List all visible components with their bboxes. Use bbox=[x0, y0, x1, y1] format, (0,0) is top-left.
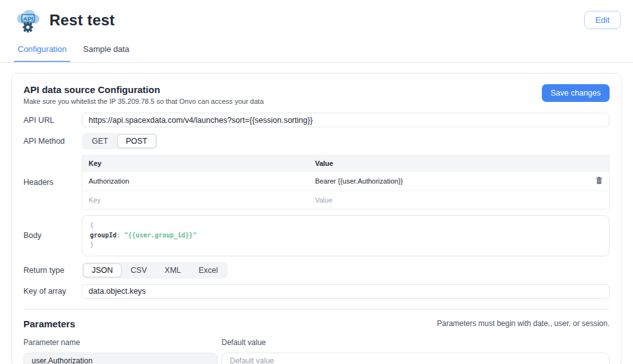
headers-col-key: Key bbox=[82, 156, 309, 172]
body-code-editor[interactable]: { groupId: "{{user.group_id}}" } bbox=[82, 215, 610, 256]
header-row-new: Key Value bbox=[82, 191, 610, 210]
tab-bar: Configuration Sample data bbox=[0, 37, 633, 63]
return-type-option-xml[interactable]: XML bbox=[156, 263, 190, 277]
save-changes-button[interactable]: Save changes bbox=[542, 84, 610, 102]
return-type-option-json[interactable]: JSON bbox=[83, 263, 122, 277]
api-url-row: API URL bbox=[23, 113, 610, 127]
api-config-card: API data source Configuration Make sure … bbox=[11, 73, 622, 364]
return-type-row: Return type JSON CSV XML Excel bbox=[23, 262, 610, 279]
api-method-row: API Method GET POST bbox=[23, 133, 610, 149]
edit-button[interactable]: Edit bbox=[584, 11, 621, 29]
key-of-array-label: Key of array bbox=[23, 287, 82, 296]
card-header: API data source Configuration Make sure … bbox=[23, 84, 610, 105]
return-type-option-excel[interactable]: Excel bbox=[190, 263, 227, 277]
parameter-name-header: Parameter name bbox=[23, 338, 218, 347]
section-divider bbox=[23, 309, 610, 310]
svg-text:API: API bbox=[23, 15, 34, 22]
config-subtitle: Make sure you whitelist the IP 35.209.78… bbox=[23, 97, 264, 105]
code-open-brace: { bbox=[90, 222, 94, 229]
parameter-default-input[interactable] bbox=[222, 353, 610, 364]
parameters-header: Parameters Parameters must begin with da… bbox=[23, 318, 610, 329]
return-type-segment: JSON CSV XML Excel bbox=[82, 262, 228, 279]
api-method-option-get[interactable]: GET bbox=[83, 134, 117, 148]
headers-label: Headers bbox=[23, 178, 82, 187]
code-colon: : bbox=[116, 232, 120, 239]
app-header: API Rest test Edit bbox=[0, 0, 633, 37]
default-value-header: Default value bbox=[222, 338, 610, 347]
api-url-input[interactable] bbox=[82, 113, 610, 127]
parameters-title: Parameters bbox=[23, 318, 75, 329]
key-of-array-input[interactable] bbox=[82, 284, 610, 299]
header-value-cell[interactable]: Bearer {{user.Authorization}} bbox=[309, 172, 589, 191]
header-row-authorization: Authorization Bearer {{user.Authorizatio… bbox=[82, 172, 610, 191]
return-type-label: Return type bbox=[23, 266, 82, 275]
new-header-key-input[interactable]: Key bbox=[82, 191, 309, 210]
api-method-segment: GET POST bbox=[82, 133, 158, 149]
headers-row: Headers Key Value Authorization Bearer {… bbox=[23, 155, 610, 210]
delete-header-button[interactable] bbox=[589, 172, 610, 191]
config-title: API data source Configuration bbox=[23, 84, 264, 95]
code-prop-value: "{{user.group_id}}" bbox=[124, 232, 196, 239]
parameters-note: Parameters must begin with date., user. … bbox=[437, 319, 610, 328]
headers-table: Key Value Authorization Bearer {{user.Au… bbox=[82, 155, 610, 210]
parameter-name-field[interactable]: user.Authorization bbox=[23, 353, 218, 364]
code-close-brace: } bbox=[90, 241, 94, 248]
api-method-option-post[interactable]: POST bbox=[117, 134, 156, 148]
header-key-cell[interactable]: Authorization bbox=[82, 172, 309, 191]
body-label: Body bbox=[23, 231, 82, 240]
code-prop-key: groupId bbox=[90, 232, 116, 239]
return-type-option-csv[interactable]: CSV bbox=[122, 263, 156, 277]
headers-table-head: Key Value bbox=[82, 156, 610, 172]
trash-icon bbox=[596, 177, 603, 184]
new-header-value-input[interactable]: Value bbox=[309, 191, 589, 210]
api-method-label: API Method bbox=[23, 137, 82, 146]
page-title: Rest test bbox=[49, 11, 115, 29]
headers-col-value: Value bbox=[309, 156, 589, 172]
tab-sample-data[interactable]: Sample data bbox=[79, 41, 133, 62]
parameters-column-headers: Parameter name Default value bbox=[23, 338, 610, 347]
tab-configuration[interactable]: Configuration bbox=[14, 41, 70, 62]
api-url-label: API URL bbox=[23, 116, 82, 125]
key-of-array-row: Key of array bbox=[23, 284, 610, 299]
api-cloud-gear-icon: API bbox=[14, 6, 42, 34]
parameter-row: user.Authorization bbox=[23, 353, 610, 364]
body-row: Body { groupId: "{{user.group_id}}" } bbox=[23, 215, 610, 256]
